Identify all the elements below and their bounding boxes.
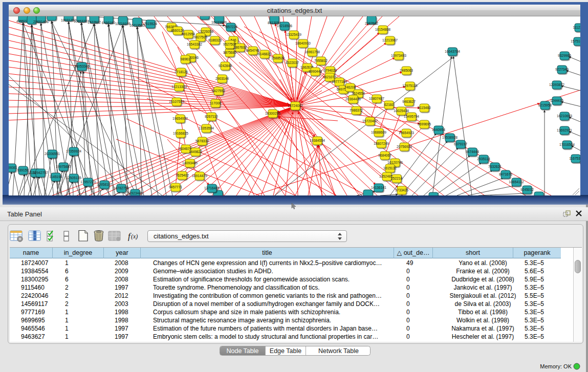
svg-text:19654932: 19654932 (172, 117, 188, 120)
svg-text:12942757: 12942757 (33, 171, 48, 174)
svg-text:9463627: 9463627 (402, 100, 416, 103)
svg-text:12923445: 12923445 (127, 191, 143, 195)
svg-text:7955812: 7955812 (314, 59, 328, 62)
svg-text:15495794: 15495794 (404, 115, 419, 118)
svg-text:3624554: 3624554 (352, 92, 365, 95)
svg-text:12213967: 12213967 (382, 38, 398, 42)
svg-text:17359924: 17359924 (66, 149, 81, 153)
svg-text:17016504: 17016504 (559, 143, 575, 146)
svg-text:9146821: 9146821 (258, 52, 271, 56)
svg-text:20206551: 20206551 (45, 152, 60, 156)
svg-text:19538928: 19538928 (442, 136, 458, 139)
svg-text:746206: 746206 (344, 85, 356, 89)
svg-text:19654923: 19654923 (399, 131, 414, 135)
svg-text:16154808: 16154808 (375, 28, 390, 31)
svg-text:1621072: 1621072 (323, 75, 336, 79)
svg-text:16782759: 16782759 (114, 186, 129, 190)
svg-text:8471676: 8471676 (499, 172, 512, 176)
svg-text:20756928: 20756928 (397, 145, 412, 148)
svg-text:20053346: 20053346 (74, 64, 90, 68)
svg-text:16914479: 16914479 (192, 174, 207, 178)
svg-text:6794023: 6794023 (323, 69, 337, 72)
svg-text:13692971: 13692971 (557, 128, 572, 132)
svg-text:16120746: 16120746 (387, 161, 403, 164)
svg-text:7515524: 7515524 (144, 22, 157, 26)
svg-text:20364436: 20364436 (345, 97, 361, 101)
svg-text:13716485: 13716485 (204, 186, 220, 190)
svg-text:19975887: 19975887 (56, 165, 71, 168)
svg-text:7857224: 7857224 (224, 25, 237, 29)
svg-text:9227349: 9227349 (555, 68, 569, 71)
svg-text:20691406: 20691406 (33, 20, 49, 24)
svg-text:12975115: 12975115 (402, 84, 418, 87)
svg-text:9115460: 9115460 (418, 106, 431, 110)
svg-text:9245012: 9245012 (520, 188, 534, 191)
svg-text:8912954: 8912954 (182, 32, 195, 36)
svg-text:10958107: 10958107 (97, 183, 112, 186)
svg-text:1145194: 1145194 (49, 175, 62, 179)
svg-text:8990448: 8990448 (309, 70, 322, 73)
svg-text:10688609: 10688609 (371, 130, 386, 134)
svg-text:10654112: 10654112 (509, 180, 524, 184)
svg-text:12093872: 12093872 (549, 83, 564, 86)
svg-text:3875685: 3875685 (223, 51, 236, 54)
svg-text:9474444: 9474444 (466, 150, 479, 154)
svg-text:6466160: 6466160 (102, 21, 115, 25)
svg-text:1615132: 1615132 (383, 166, 397, 170)
svg-text:(x): (x) (131, 233, 138, 240)
svg-text:6379197: 6379197 (454, 142, 467, 146)
svg-text:9457771: 9457771 (169, 185, 182, 189)
svg-text:2935114: 2935114 (477, 157, 490, 161)
svg-text:5878332: 5878332 (195, 139, 209, 143)
svg-text:1640954: 1640954 (432, 128, 445, 132)
svg-text:10973493: 10973493 (391, 54, 406, 57)
svg-text:939159: 939159 (17, 168, 29, 172)
svg-text:252214: 252214 (391, 177, 403, 180)
svg-text:1733426: 1733426 (395, 188, 408, 192)
svg-text:14093485: 14093485 (182, 161, 198, 165)
svg-text:9827505: 9827505 (194, 35, 207, 39)
svg-text:8322037: 8322037 (286, 61, 299, 64)
svg-text:16033809: 16033809 (211, 20, 227, 24)
svg-text:7632621: 7632621 (488, 165, 502, 168)
svg-text:2867608: 2867608 (233, 46, 247, 49)
svg-text:10025438: 10025438 (394, 109, 409, 113)
svg-text:1167533: 1167533 (569, 157, 580, 160)
svg-text:1112384: 1112384 (573, 26, 580, 29)
svg-text:13226058: 13226058 (198, 30, 213, 33)
svg-text:18807249: 18807249 (374, 142, 389, 145)
svg-text:17957223: 17957223 (80, 180, 96, 184)
svg-text:19384554: 19384554 (310, 139, 325, 142)
svg-text:18724007: 18724007 (288, 104, 303, 107)
svg-text:7986372: 7986372 (350, 108, 363, 112)
svg-text:8660124: 8660124 (171, 29, 184, 32)
svg-text:7485063: 7485063 (400, 69, 413, 72)
svg-text:939081: 939081 (9, 166, 17, 169)
svg-text:18300295: 18300295 (265, 112, 280, 115)
svg-text:16107553: 16107553 (169, 100, 184, 103)
svg-text:19218506: 19218506 (277, 24, 292, 28)
svg-text:16210693: 16210693 (557, 114, 572, 118)
svg-text:12505135: 12505135 (66, 176, 81, 180)
svg-text:7625402: 7625402 (176, 173, 189, 177)
svg-text:13353594: 13353594 (199, 126, 214, 130)
svg-text:16713565: 16713565 (129, 24, 145, 27)
svg-text:8267110: 8267110 (205, 115, 218, 118)
svg-text:1244415: 1244415 (550, 99, 563, 102)
svg-text:117006: 117006 (210, 101, 221, 105)
svg-text:2903144: 2903144 (215, 77, 229, 80)
svg-text:1527602: 1527602 (88, 20, 101, 24)
svg-text:10653287: 10653287 (74, 19, 89, 23)
svg-text:8427552: 8427552 (212, 89, 225, 93)
svg-text:1588520: 1588520 (271, 56, 285, 60)
svg-text:98961: 98961 (181, 57, 190, 61)
svg-text:12213303: 12213303 (171, 85, 187, 89)
svg-text:2087682: 2087682 (365, 21, 378, 25)
svg-text:10719195: 10719195 (115, 22, 130, 26)
svg-text:8215958: 8215958 (538, 103, 552, 107)
svg-text:14136141: 14136141 (371, 186, 386, 189)
svg-text:13325419: 13325419 (286, 33, 301, 36)
svg-text:16961758: 16961758 (304, 50, 320, 54)
svg-text:2718126: 2718126 (175, 70, 188, 74)
svg-text:9329966: 9329966 (558, 54, 571, 57)
